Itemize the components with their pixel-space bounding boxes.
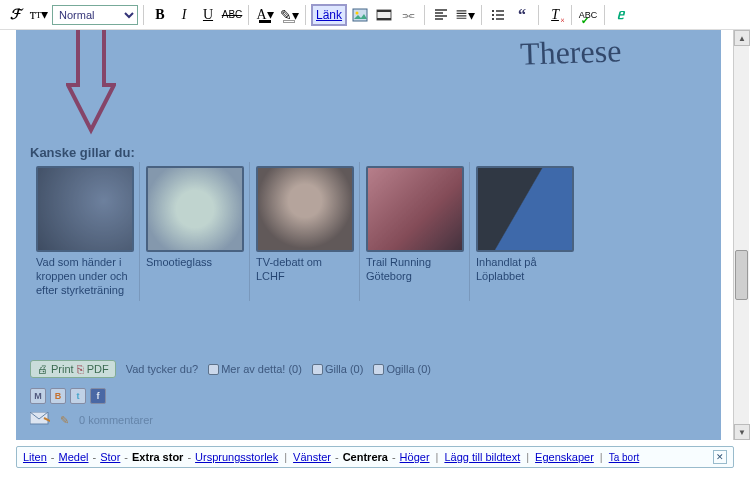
vertical-scrollbar[interactable]: ▲ ▼: [733, 30, 749, 440]
checkbox-icon: [312, 364, 323, 375]
recommendation-card[interactable]: TV-debatt om LCHF: [250, 162, 360, 301]
social-share-row: M B t f: [30, 388, 106, 404]
print-pdf-button[interactable]: 🖨Print ⎘PDF: [30, 360, 116, 378]
card-thumbnail: [366, 166, 464, 252]
card-caption: Vad som händer i kroppen under och efter…: [36, 256, 133, 297]
underline-icon[interactable]: U: [197, 4, 219, 26]
comments-count[interactable]: 0 kommentarer: [79, 414, 153, 426]
size-large-link[interactable]: Stor: [100, 451, 120, 463]
card-caption: Trail Running Göteborg: [366, 256, 463, 284]
print-icon: 🖨: [37, 363, 48, 375]
svg-rect-4: [377, 18, 391, 20]
signature-text: Therese: [519, 32, 621, 73]
scroll-thumb[interactable]: [735, 250, 748, 300]
facebook-share-icon[interactable]: f: [90, 388, 106, 404]
feedback-like-option[interactable]: Gilla (0): [312, 363, 364, 376]
card-thumbnail: [256, 166, 354, 252]
down-arrow-graphic: [66, 30, 116, 140]
bold-icon[interactable]: B: [149, 4, 171, 26]
svg-rect-0: [353, 9, 367, 21]
size-medium-link[interactable]: Medel: [59, 451, 89, 463]
checkbox-icon: [208, 364, 219, 375]
svg-rect-3: [377, 10, 391, 12]
recommendations-row: Vad som händer i kroppen under och efter…: [30, 162, 580, 301]
size-original-link[interactable]: Ursprungsstorlek: [195, 451, 278, 463]
blockquote-icon[interactable]: “: [511, 4, 533, 26]
link-button[interactable]: Länk: [311, 4, 347, 26]
feedback-more-option[interactable]: Mer av detta! (0): [208, 363, 302, 376]
card-thumbnail: [146, 166, 244, 252]
twitter-share-icon[interactable]: t: [70, 388, 86, 404]
font-size-icon[interactable]: тT▾: [28, 4, 50, 26]
mail-share-icon[interactable]: M: [30, 388, 46, 404]
break-link-icon[interactable]: ⫘: [397, 4, 419, 26]
pdf-icon: ⎘: [77, 363, 84, 375]
card-thumbnail: [36, 166, 134, 252]
checkbox-icon: [373, 364, 384, 375]
align-left-icon[interactable]: [430, 4, 452, 26]
content-canvas[interactable]: Therese Kanske gillar du: Vad som händer…: [16, 30, 721, 440]
email-post-icon[interactable]: [30, 412, 50, 428]
card-caption: TV-debatt om LCHF: [256, 256, 353, 284]
editor-area[interactable]: Therese Kanske gillar du: Vad som händer…: [0, 30, 738, 440]
blogger-share-icon[interactable]: B: [50, 388, 66, 404]
card-thumbnail: [476, 166, 574, 252]
highlight-color-icon[interactable]: ✎▾: [278, 4, 300, 26]
italic-icon[interactable]: I: [173, 4, 195, 26]
add-caption-link[interactable]: Lägg till bildtext: [444, 451, 520, 463]
properties-link[interactable]: Egenskaper: [535, 451, 594, 463]
text-color-icon[interactable]: A▾: [254, 4, 276, 26]
redo-icon[interactable]: ᥱ: [610, 4, 632, 26]
size-small-link[interactable]: Liten: [23, 451, 47, 463]
video-icon[interactable]: [373, 4, 395, 26]
feedback-dislike-option[interactable]: Ogilla (0): [373, 363, 431, 376]
align-dropdown-icon[interactable]: ▾: [454, 4, 476, 26]
card-caption: Smootieglass: [146, 256, 243, 270]
card-caption: Inhandlat på Löplabbet: [476, 256, 574, 284]
close-icon[interactable]: ✕: [713, 450, 727, 464]
image-selection-toolbar: Liten- Medel- Stor- Extra stor- Ursprung…: [16, 446, 734, 468]
align-center-current[interactable]: Centrera: [343, 451, 388, 463]
svg-point-6: [492, 14, 494, 16]
size-xlarge-current[interactable]: Extra stor: [132, 451, 183, 463]
align-right-link[interactable]: Höger: [400, 451, 430, 463]
clear-format-icon[interactable]: T×: [544, 4, 566, 26]
paragraph-format-select[interactable]: Normal: [52, 5, 138, 25]
scroll-down-icon[interactable]: ▼: [734, 424, 750, 440]
svg-point-1: [356, 11, 359, 14]
recommendation-card[interactable]: Vad som händer i kroppen under och efter…: [30, 162, 140, 301]
recommendation-card[interactable]: Inhandlat på Löplabbet: [470, 162, 580, 301]
font-family-icon[interactable]: ℱ: [4, 4, 26, 26]
editor-toolbar: ℱ тT▾ Normal B I U ABC A▾ ✎▾ Länk ⫘ ▾ “ …: [0, 0, 750, 30]
align-left-link[interactable]: Vänster: [293, 451, 331, 463]
remove-link[interactable]: Ta bort: [609, 452, 640, 463]
recommendation-card[interactable]: Smootieglass: [140, 162, 250, 301]
feedback-label: Vad tycker du?: [126, 363, 199, 375]
svg-point-5: [492, 10, 494, 12]
edit-post-icon[interactable]: ✎: [60, 414, 69, 427]
scroll-up-icon[interactable]: ▲: [734, 30, 750, 46]
svg-point-7: [492, 18, 494, 20]
recommendation-card[interactable]: Trail Running Göteborg: [360, 162, 470, 301]
strikethrough-icon[interactable]: ABC: [221, 4, 243, 26]
spellcheck-icon[interactable]: ABC✔: [577, 4, 599, 26]
bullet-list-icon[interactable]: [487, 4, 509, 26]
recommendations-title: Kanske gillar du:: [30, 145, 135, 160]
image-icon[interactable]: [349, 4, 371, 26]
